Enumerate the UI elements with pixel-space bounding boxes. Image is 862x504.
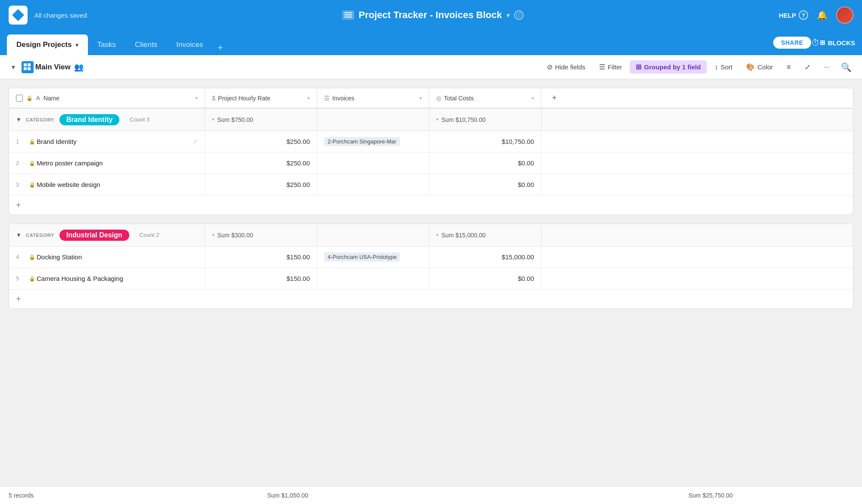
history-icon[interactable]: ⏱ bbox=[811, 38, 820, 48]
saved-status: All changes saved bbox=[34, 12, 87, 19]
group-header-industrial-design: ▼ CATEGORY Industrial Design Count 2 ▾ S… bbox=[9, 224, 853, 246]
footer-sum-costs-label: Sum $25,750.00 bbox=[688, 492, 733, 499]
color-button[interactable]: 🎨 Color bbox=[740, 60, 779, 74]
text-type-icon: A bbox=[36, 95, 40, 101]
col-header-name[interactable]: 🔒 A Name ▾ bbox=[9, 88, 205, 108]
tab-design-projects-label: Design Projects bbox=[16, 40, 72, 49]
sort-button[interactable]: ↕ Sort bbox=[709, 61, 739, 74]
logo[interactable] bbox=[9, 6, 28, 25]
add-row-icon: + bbox=[16, 200, 21, 210]
row4-costs-cell[interactable]: $15,000.00 bbox=[429, 246, 541, 268]
row4-invoices-cell[interactable]: 4-Porchcam USA-Prototype bbox=[317, 246, 429, 268]
row1-extra-cell bbox=[541, 131, 567, 152]
tab-dropdown-icon[interactable]: ▾ bbox=[75, 42, 78, 48]
col-header-invoices[interactable]: ☰ Invoices ▾ bbox=[317, 88, 429, 108]
table-row: 5 🔒 Camera Housing & Packaging $150.00 $… bbox=[9, 268, 853, 289]
add-row-button-group2[interactable]: + bbox=[9, 289, 853, 308]
svg-rect-6 bbox=[28, 67, 31, 70]
row4-name-cell[interactable]: 4 🔒 Docking Station bbox=[9, 246, 205, 268]
col-header-hourly-rate[interactable]: $ Project Hourly Rate ▾ bbox=[205, 88, 317, 108]
footer-sum-hr-label: Sum $1,050.00 bbox=[267, 492, 308, 499]
row3-invoices-cell[interactable] bbox=[317, 174, 429, 195]
notifications-icon[interactable]: 🔔 bbox=[817, 10, 828, 20]
row5-name-cell[interactable]: 5 🔒 Camera Housing & Packaging bbox=[9, 268, 205, 289]
group-brand-identity: ▼ CATEGORY Brand Identity Count 3 ▾ Sum … bbox=[9, 108, 853, 215]
tab-invoices[interactable]: Invoices bbox=[167, 34, 212, 55]
more-icon: ··· bbox=[824, 63, 830, 71]
row4-hourly-cell[interactable]: $150.00 bbox=[205, 246, 317, 268]
top-nav: All changes saved Project Tracker - Invo… bbox=[0, 0, 862, 30]
group2-category-label: CATEGORY bbox=[26, 233, 54, 238]
row5-extra-cell bbox=[541, 268, 567, 289]
group2-tag[interactable]: Industrial Design bbox=[59, 230, 129, 241]
sort-icon: ↕ bbox=[715, 63, 718, 71]
row3-hourly-cell[interactable]: $250.00 bbox=[205, 174, 317, 195]
expand-row-icon[interactable]: ⤢ bbox=[193, 138, 198, 145]
invoice-badge: 2-Porchcam Singapore-Mar bbox=[324, 137, 400, 146]
group1-collapse-icon[interactable]: ▼ bbox=[16, 116, 22, 123]
dollar-icon: $ bbox=[212, 95, 216, 102]
row1-costs-cell[interactable]: $10,750.00 bbox=[429, 131, 541, 152]
tab-design-projects[interactable]: Design Projects ▾ bbox=[7, 34, 88, 55]
filter-button[interactable]: ☰ Filter bbox=[593, 60, 628, 74]
blocks-button[interactable]: ⊞ BLOCKS bbox=[820, 39, 855, 47]
title-dropdown-icon[interactable]: ▾ bbox=[506, 11, 510, 19]
group1-sum-hr: ▾ Sum $750.00 bbox=[212, 116, 253, 123]
row-height-button[interactable]: ≡ bbox=[781, 61, 796, 74]
name-col-caret[interactable]: ▾ bbox=[195, 95, 198, 101]
page-title: Project Tracker - Invoices Block bbox=[359, 9, 502, 21]
share-button[interactable]: SHARE bbox=[773, 37, 811, 49]
tab-clients-label: Clients bbox=[135, 40, 157, 49]
group-industrial-design: ▼ CATEGORY Industrial Design Count 2 ▾ S… bbox=[9, 224, 853, 309]
invoices-col-caret[interactable]: ▾ bbox=[419, 95, 422, 101]
total-costs-col-caret[interactable]: ▾ bbox=[531, 95, 534, 101]
sum2-costs-caret-icon: ▾ bbox=[436, 232, 439, 238]
expand-button[interactable]: ⤢ bbox=[799, 60, 816, 74]
blocks-icon: ⊞ bbox=[820, 39, 825, 47]
table-row: 4 🔒 Docking Station $150.00 4-Porchcam U… bbox=[9, 246, 853, 268]
add-col-icon: + bbox=[552, 93, 557, 103]
group2-collapse-icon[interactable]: ▼ bbox=[16, 232, 22, 238]
help-button[interactable]: HELP ? bbox=[779, 10, 808, 20]
search-button[interactable]: 🔍 bbox=[837, 60, 855, 74]
name-col-label: Name bbox=[44, 95, 59, 102]
hourly-col-caret[interactable]: ▾ bbox=[307, 95, 310, 101]
row5-invoices-cell[interactable] bbox=[317, 268, 429, 289]
collaborators-icon[interactable]: 👥 bbox=[72, 61, 85, 74]
group1-sum-costs: ▾ Sum $10,750.00 bbox=[436, 116, 486, 123]
col-header-total-costs[interactable]: ◎ Total Costs ▾ bbox=[429, 88, 541, 108]
select-all-checkbox[interactable] bbox=[16, 95, 23, 102]
tab-clients[interactable]: Clients bbox=[125, 34, 167, 55]
row2-hourly-cell[interactable]: $250.00 bbox=[205, 152, 317, 174]
more-options-button[interactable]: ··· bbox=[818, 61, 836, 74]
svg-rect-3 bbox=[24, 63, 27, 66]
row1-invoices-cell[interactable]: 2-Porchcam Singapore-Mar bbox=[317, 131, 429, 152]
add-row-button-group1[interactable]: + bbox=[9, 196, 853, 215]
tab-tasks[interactable]: Tasks bbox=[88, 34, 125, 55]
group2-sum-hr-cell: ▾ Sum $300.00 bbox=[205, 224, 317, 246]
add-tab-button[interactable]: ＋ bbox=[212, 40, 228, 55]
row3-name-cell[interactable]: 3 🔒 Mobile website design bbox=[9, 174, 205, 195]
view-collapse-icon[interactable]: ▼ bbox=[7, 62, 20, 72]
view-label: Main View bbox=[35, 63, 71, 72]
grouped-button[interactable]: ⊞ Grouped by 1 field bbox=[630, 60, 707, 74]
row5-hourly-cell[interactable]: $150.00 bbox=[205, 268, 317, 289]
invoice-badge2: 4-Porchcam USA-Prototype bbox=[324, 252, 400, 261]
lock-icon: 🔒 bbox=[26, 95, 33, 101]
svg-rect-0 bbox=[344, 12, 352, 13]
row1-name-cell[interactable]: 1 🔒 Brand Identity ⤢ bbox=[9, 131, 205, 152]
row2-costs-cell[interactable]: $0.00 bbox=[429, 152, 541, 174]
row2-invoices-cell[interactable] bbox=[317, 152, 429, 174]
table-row: 1 🔒 Brand Identity ⤢ $250.00 2-Porchcam … bbox=[9, 131, 853, 152]
row5-costs-cell[interactable]: $0.00 bbox=[429, 268, 541, 289]
row2-name-cell[interactable]: 2 🔒 Metro poster campaign bbox=[9, 152, 205, 174]
svg-rect-4 bbox=[24, 67, 27, 70]
row1-hourly-cell[interactable]: $250.00 bbox=[205, 131, 317, 152]
avatar[interactable] bbox=[836, 6, 853, 24]
hide-fields-button[interactable]: ⊘ Hide fields bbox=[541, 60, 591, 74]
add-column-button[interactable]: + bbox=[541, 88, 567, 108]
info-icon[interactable]: ⓘ bbox=[514, 10, 524, 20]
nav-title-area: Project Tracker - Invoices Block ▾ ⓘ bbox=[94, 9, 772, 21]
row3-costs-cell[interactable]: $0.00 bbox=[429, 174, 541, 195]
group1-tag[interactable]: Brand Identity bbox=[59, 114, 120, 125]
